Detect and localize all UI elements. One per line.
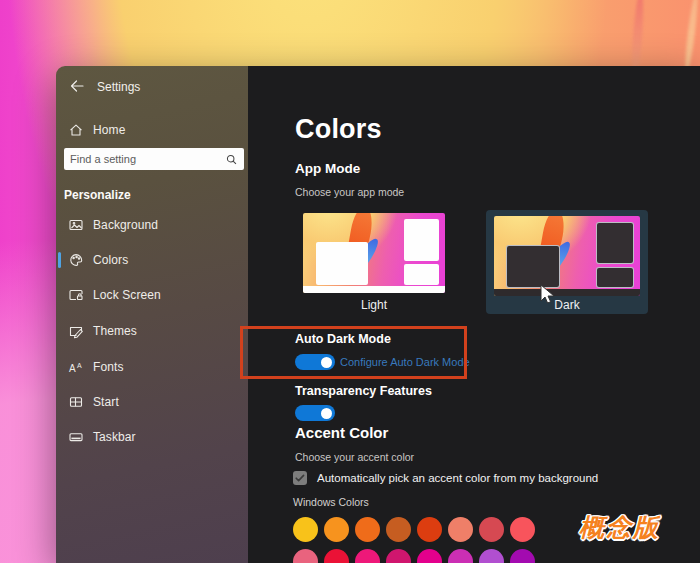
dark-window-mock — [596, 267, 634, 288]
color-swatch[interactable] — [417, 517, 442, 542]
color-swatch[interactable] — [386, 517, 411, 542]
app-mode-dark-option[interactable]: Dark — [486, 210, 648, 314]
color-swatch[interactable] — [293, 517, 318, 542]
sidebar-item-colors[interactable]: Colors — [56, 246, 248, 274]
light-mode-label: Light — [303, 298, 445, 312]
accent-swatch-row-1 — [293, 517, 535, 542]
annotation-highlight-box — [240, 326, 467, 379]
sidebar-item-label: Home — [93, 123, 125, 137]
app-mode-subtitle: Choose your app mode — [295, 186, 404, 198]
light-taskbar-mock — [303, 286, 445, 293]
color-swatch[interactable] — [324, 549, 349, 563]
windows-colors-label: Windows Colors — [293, 496, 369, 508]
sidebar-item-label: Taskbar — [93, 430, 136, 444]
accent-color-heading: Accent Color — [295, 424, 388, 441]
sidebar-item-background[interactable]: Background — [56, 211, 248, 239]
svg-text:A: A — [69, 363, 76, 374]
dark-thumb — [494, 216, 640, 296]
sidebar-item-home[interactable]: Home — [56, 116, 248, 144]
accent-swatch-row-2 — [293, 549, 535, 563]
dark-window-mock — [506, 245, 560, 288]
color-swatch[interactable] — [355, 549, 380, 563]
sidebar-item-label: Themes — [93, 324, 137, 338]
themes-icon — [68, 323, 84, 339]
svg-text:A: A — [77, 362, 82, 369]
fonts-icon: A A — [68, 359, 84, 375]
settings-window: Settings Home Find a setting Personalize — [56, 66, 700, 563]
toggle-knob — [321, 408, 332, 419]
back-arrow-icon — [68, 77, 86, 95]
auto-pick-accent-checkbox[interactable] — [293, 471, 307, 485]
window-title: Settings — [97, 80, 140, 94]
sidebar-item-taskbar[interactable]: Taskbar — [56, 423, 248, 451]
transparency-toggle[interactable] — [295, 405, 335, 421]
light-window-mock — [404, 264, 440, 285]
color-swatch[interactable] — [510, 517, 535, 542]
home-icon — [68, 122, 84, 138]
light-window-mock — [316, 242, 369, 285]
color-swatch[interactable] — [417, 549, 442, 563]
lock-screen-icon — [68, 287, 84, 303]
sidebar-item-label: Background — [93, 218, 158, 232]
light-window-mock — [404, 219, 440, 261]
color-swatch[interactable] — [386, 549, 411, 563]
sidebar-section-label: Personalize — [64, 188, 131, 202]
mouse-cursor — [540, 284, 555, 305]
color-swatch[interactable] — [324, 517, 349, 542]
search-input[interactable]: Find a setting — [64, 148, 244, 170]
settings-main-pane: Colors App Mode Choose your app mode Lig… — [248, 66, 700, 563]
concept-version-watermark: 概念版 — [579, 511, 660, 544]
color-swatch[interactable] — [479, 517, 504, 542]
image-icon — [68, 217, 84, 233]
sidebar-item-label: Colors — [93, 253, 128, 267]
color-swatch[interactable] — [448, 549, 473, 563]
color-swatch[interactable] — [355, 517, 380, 542]
dark-taskbar-mock — [494, 289, 640, 296]
sidebar-item-lock-screen[interactable]: Lock Screen — [56, 281, 248, 309]
sidebar-item-fonts[interactable]: A A Fonts — [56, 353, 248, 381]
sidebar-item-start[interactable]: Start — [56, 388, 248, 416]
taskbar-icon — [68, 429, 84, 445]
sidebar-item-label: Fonts — [93, 360, 124, 374]
page-title: Colors — [295, 114, 382, 145]
dark-window-mock — [596, 222, 634, 264]
palette-icon — [68, 252, 84, 268]
accent-color-subtitle: Choose your accent color — [295, 451, 414, 463]
sidebar-item-label: Lock Screen — [93, 288, 161, 302]
transparency-heading: Transparency Features — [295, 384, 432, 398]
app-mode-heading: App Mode — [295, 161, 360, 176]
color-swatch[interactable] — [293, 549, 318, 563]
start-icon — [68, 394, 84, 410]
search-icon — [225, 153, 238, 166]
wallpaper-petal — [683, 0, 700, 72]
auto-pick-accent-label: Automatically pick an accent color from … — [317, 472, 598, 484]
sidebar-item-label: Start — [93, 395, 119, 409]
color-swatch[interactable] — [479, 549, 504, 563]
dark-mode-label: Dark — [486, 298, 648, 312]
back-button[interactable] — [68, 77, 86, 95]
sidebar-item-themes[interactable]: Themes — [56, 317, 248, 345]
search-placeholder: Find a setting — [70, 153, 225, 165]
color-swatch[interactable] — [448, 517, 473, 542]
app-mode-light-option[interactable] — [303, 213, 445, 293]
color-swatch[interactable] — [510, 549, 535, 563]
sidebar: Settings Home Find a setting Personalize — [56, 66, 248, 563]
